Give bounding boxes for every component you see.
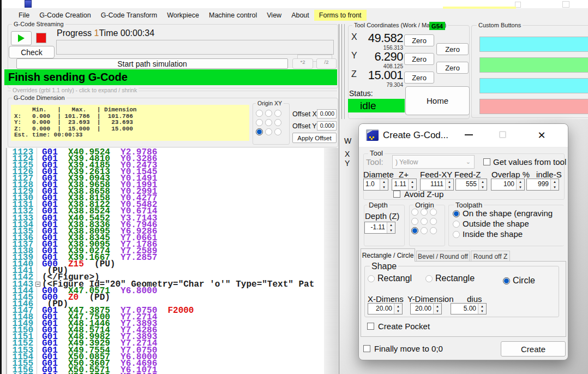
dim-spinner-1[interactable]: 20.00▲▼: [410, 303, 442, 314]
menu-item-view[interactable]: View: [262, 10, 286, 21]
menu-item-file[interactable]: File: [14, 10, 34, 21]
gcode-streaming-title: G-Code Streaming: [12, 21, 65, 28]
status-text: idle: [348, 100, 376, 112]
hidden-panel-label-x: X: [345, 150, 350, 158]
apply-offset-button[interactable]: Apply Offset: [292, 133, 337, 143]
custom-button-4[interactable]: [479, 99, 588, 114]
shape-radio-2[interactable]: [503, 277, 510, 284]
machine-coordinate-z: 79.304: [358, 82, 403, 88]
custom-button-3[interactable]: [479, 78, 588, 93]
feed-div2-button[interactable]: /2: [316, 58, 337, 69]
custom-buttons-group: [471, 25, 588, 118]
menu-item-g-code-creation[interactable]: G-Code Creation: [34, 10, 96, 21]
overrides-label[interactable]: Overrides (grbl 1.1 only) - click to exp…: [11, 87, 139, 94]
gcode-token: X50.6750: [68, 372, 110, 374]
panel-divider[interactable]: [324, 148, 338, 374]
finish-banner: Finish sending G-Code: [4, 69, 337, 85]
axis-letter-y: Y: [351, 51, 357, 61]
app-window: FileG-Code CreationG-Code TransformWorkp…: [0, 0, 588, 374]
axis-letter-x: X: [351, 32, 357, 42]
create-button[interactable]: Create: [501, 341, 566, 357]
feed-x2-button[interactable]: *2: [292, 58, 313, 69]
progress-bar: [56, 40, 334, 55]
progress-text: Progress: [57, 28, 92, 38]
screen-edge: [0, 0, 2, 374]
origin-radio-0[interactable]: [256, 110, 263, 117]
work-coordinate-x: 49.582: [358, 31, 403, 45]
offset-y-label: Offset Y: [292, 122, 317, 130]
menu-item-workpiece[interactable]: Workpiece: [162, 10, 204, 21]
start-path-simulation-button[interactable]: Start path simulation: [16, 58, 288, 69]
menu-item-forms-to-front[interactable]: Forms to front: [314, 10, 367, 21]
menu-item-g-code-transform[interactable]: G-Code Transform: [96, 10, 163, 21]
wcs-badge: G54: [429, 22, 445, 30]
gcode-dimension-title: G-Code Dimension: [12, 94, 67, 102]
time-text: Time 00:00:34: [99, 28, 154, 38]
menu-bar: FileG-Code CreationG-Code TransformWorkp…: [4, 8, 588, 22]
origin-radio-2[interactable]: [274, 110, 281, 117]
work-coordinate-z: 15.001: [358, 68, 403, 82]
shape-label-1: Rectangle: [435, 274, 475, 283]
finally-move-checkbox[interactable]: [363, 345, 370, 352]
dim-spinner-2[interactable]: 5.00▲▼: [451, 303, 487, 314]
play-icon: [18, 34, 25, 42]
spinner-arrows-icon[interactable]: ▲▼: [478, 304, 486, 314]
spinner-arrows-icon[interactable]: ▲▼: [433, 304, 441, 314]
zero-xy-button-1[interactable]: Zero: [436, 43, 469, 55]
hidden-panel-label-w: W: [344, 136, 351, 145]
origin-radio-5[interactable]: [274, 119, 281, 126]
progress-label: Progress 1Time 00:00:34: [57, 28, 154, 38]
status-badge: idle: [348, 99, 405, 112]
shape-label-0: Rectangl: [377, 274, 412, 283]
origin-xy-grid: [256, 110, 285, 139]
spinner-arrows-icon[interactable]: ▲▼: [394, 304, 402, 314]
origin-radio-3[interactable]: [256, 119, 263, 126]
shape-radio-1[interactable]: [425, 275, 433, 282]
tool-coordinates-group: X49.582156.313ZeroY6.290408.125ZeroZ15.0…: [348, 25, 470, 119]
origin-radio-4[interactable]: [265, 119, 272, 126]
stop-button[interactable]: [36, 33, 46, 43]
menu-item-about[interactable]: About: [286, 10, 314, 21]
dim-label-2: dius: [467, 294, 487, 304]
offset-x-field[interactable]: 0.000: [317, 109, 337, 118]
work-coordinate-y: 6.290: [358, 50, 403, 64]
zero-z-button[interactable]: Zero: [404, 72, 434, 84]
zero-xy-button-2[interactable]: Zero: [436, 62, 469, 74]
dim-value-1: 20.00: [411, 304, 433, 314]
offset-y-field[interactable]: 0.000: [317, 121, 337, 130]
dim-value-2: 5.00: [451, 304, 478, 314]
fold-marker-icon[interactable]: [35, 282, 40, 287]
create-pocket-label: Create Pocket: [378, 322, 430, 331]
home-button[interactable]: Home: [405, 86, 470, 115]
origin-radio-6[interactable]: [256, 128, 263, 135]
gcode-token: G01: [42, 372, 58, 374]
shape-radio-0[interactable]: [368, 275, 375, 282]
custom-button-1[interactable]: [479, 37, 588, 52]
finally-move-label: Finally move to 0;0: [374, 344, 443, 353]
dim-spinner-0[interactable]: 20.00▲▼: [368, 303, 403, 314]
dim-label-0: X-Dimens: [368, 294, 406, 304]
custom-buttons: [472, 26, 588, 117]
app-icon: [25, 0, 32, 8]
wcs-badge-text: G54: [431, 23, 443, 29]
axis-letter-z: Z: [351, 69, 357, 79]
origin-radio-8[interactable]: [274, 128, 281, 135]
gcode-token: Y5.7125: [121, 372, 157, 374]
zero-x-button[interactable]: Zero: [404, 34, 434, 46]
tab-rectangle-circle[interactable]: Rectangle / Circle: [361, 248, 415, 262]
menu-item-machine-control[interactable]: Machine control: [204, 10, 262, 21]
shape-label-2: Circle: [513, 276, 535, 286]
gcode-editor[interactable]: 1123G01 X40.9524 Y2.97861124G01 X39.4810…: [6, 148, 325, 374]
origin-radio-7[interactable]: [265, 128, 272, 135]
finish-banner-text: Finish sending G-Code: [4, 71, 128, 84]
dimension-panel: Min. | Max. | Dimension X: 0.000 | 101.7…: [11, 105, 249, 141]
create-pocket-checkbox[interactable]: [367, 323, 374, 330]
hidden-panel-label-y: Y: [345, 159, 350, 168]
play-button[interactable]: [11, 31, 32, 45]
dim-value-0: 20.00: [368, 304, 394, 314]
custom-button-2[interactable]: [479, 57, 588, 73]
dim-label-1: Y-Dimension: [407, 294, 462, 304]
zero-y-button[interactable]: Zero: [404, 53, 434, 65]
check-button[interactable]: Check: [9, 46, 55, 58]
origin-radio-1[interactable]: [265, 110, 272, 117]
